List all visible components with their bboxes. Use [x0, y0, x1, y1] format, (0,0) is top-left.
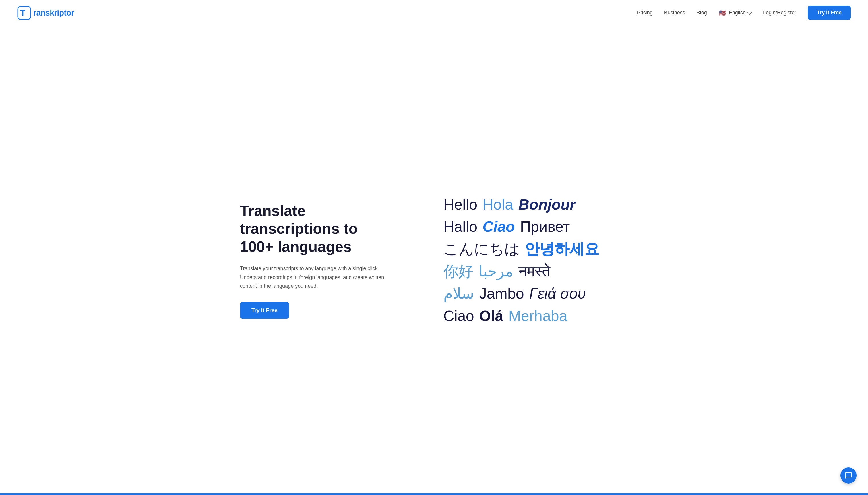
- nav-pricing[interactable]: Pricing: [637, 10, 653, 16]
- lang-ola: Olá: [479, 306, 503, 326]
- lang-bonjour: Bonjour: [518, 195, 575, 215]
- login-register-link[interactable]: Login/Register: [763, 10, 796, 16]
- lang-row-5: سلام Jambo Γειά σου: [444, 284, 599, 304]
- lang-marhaba: مرحبا: [479, 262, 513, 281]
- lang-privet: Привет: [520, 217, 570, 237]
- lang-annyeong: 안녕하세요: [525, 239, 599, 259]
- left-column: Translate transcriptions to 100+ languag…: [240, 202, 415, 319]
- lang-row-2: Hallo Ciao Привет: [444, 217, 599, 237]
- lang-hallo: Hallo: [444, 217, 478, 237]
- flag-icon: 🇺🇸: [718, 10, 727, 16]
- lang-row-6: Ciao Olá Merhaba: [444, 306, 599, 326]
- language-label: English: [729, 10, 746, 16]
- language-selector[interactable]: 🇺🇸 English: [718, 10, 751, 16]
- lang-ciao-it: Ciao: [483, 217, 515, 237]
- main-heading: Translate transcriptions to 100+ languag…: [240, 202, 397, 256]
- logo-icon: T: [17, 6, 31, 20]
- logo[interactable]: T ranskriptor: [17, 6, 74, 20]
- lang-salam: سلام: [444, 284, 474, 304]
- bottom-accent-bar: [0, 493, 868, 495]
- try-it-free-main-button[interactable]: Try It Free: [240, 302, 289, 319]
- lang-hola: Hola: [483, 195, 513, 215]
- lang-yiasou: Γειά σου: [529, 284, 586, 304]
- lang-merhaba: Merhaba: [508, 306, 567, 326]
- chevron-down-icon: [747, 10, 752, 15]
- lang-jambo: Jambo: [479, 284, 524, 304]
- language-cloud: Hello Hola Bonjour Hallo Ciao Привет こんに…: [444, 195, 599, 326]
- lang-row-4: 你好 مرحبا नमस्ते: [444, 262, 599, 281]
- main-nav: Pricing Business Blog 🇺🇸 English Login/R…: [637, 6, 851, 20]
- nav-blog[interactable]: Blog: [697, 10, 707, 16]
- logo-text: ranskriptor: [33, 8, 74, 18]
- main-content: Translate transcriptions to 100+ languag…: [217, 26, 651, 495]
- main-description: Translate your transcripts to any langua…: [240, 264, 395, 291]
- lang-nihao: 你好: [444, 262, 473, 281]
- right-column: Hello Hola Bonjour Hallo Ciao Привет こんに…: [415, 195, 628, 326]
- lang-ciao2: Ciao: [444, 306, 474, 326]
- svg-text:T: T: [20, 8, 25, 18]
- lang-konnichiwa: こんにちは: [444, 239, 520, 259]
- try-it-free-header-button[interactable]: Try It Free: [808, 6, 851, 20]
- nav-business[interactable]: Business: [664, 10, 685, 16]
- chat-icon: [845, 472, 852, 479]
- lang-row-3: こんにちは 안녕하세요: [444, 239, 599, 259]
- lang-namaste: नमस्ते: [518, 262, 550, 281]
- lang-row-1: Hello Hola Bonjour: [444, 195, 599, 215]
- chat-support-button[interactable]: [840, 467, 856, 483]
- lang-hello: Hello: [444, 195, 478, 215]
